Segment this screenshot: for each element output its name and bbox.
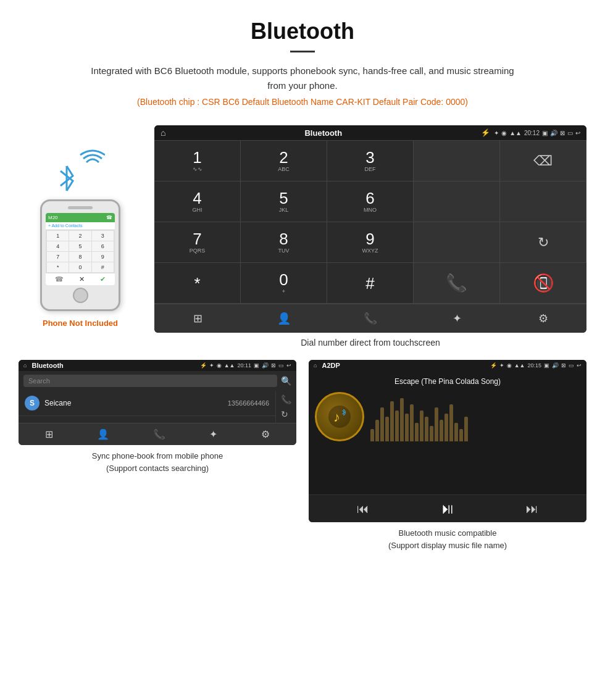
svg-text:♪: ♪ — [333, 409, 340, 425]
music-bt-icon: ✦ — [499, 362, 504, 369]
back-icon[interactable]: ↩ — [575, 130, 580, 136]
dial-letters-0: + — [282, 288, 285, 294]
dial-key-1[interactable]: 1 ∿∿ — [154, 141, 241, 181]
dial-key-8[interactable]: 8 TUV — [241, 222, 327, 263]
dial-key-3[interactable]: 3 DEF — [327, 141, 414, 181]
pb-close-icon[interactable]: ⊠ — [271, 362, 276, 369]
dial-key-7[interactable]: 7 PQRS — [154, 222, 241, 263]
phone-key-0[interactable]: 0 — [69, 262, 91, 272]
phonebook-block: ⌂ Bluetooth ⚡ ✦ ◉ ▲▲ 20:11 ▣ 🔊 ⊠ ▭ ↩ Sea… — [19, 360, 296, 551]
pb-sig-icon: ▲▲ — [224, 362, 235, 369]
nav-settings[interactable]: ⚙ — [500, 304, 586, 333]
viz-bar — [370, 429, 374, 441]
dial-number-3: 3 — [365, 149, 374, 165]
phone-key-8[interactable]: 8 — [69, 252, 91, 262]
dial-key-0[interactable]: 0 + — [241, 263, 327, 304]
pb-contact-name: Seicane — [44, 399, 223, 407]
dial-call-cell[interactable]: 📞 — [414, 263, 500, 304]
phone-key-5[interactable]: 5 — [69, 241, 91, 251]
music-home-icon[interactable]: ⌂ — [314, 362, 317, 369]
phonebook-caption: Sync phone-book from mobile phone (Suppo… — [19, 450, 296, 474]
music-vol-icon: 🔊 — [552, 362, 559, 369]
phone-key-4[interactable]: 4 — [47, 241, 69, 251]
dial-key-6[interactable]: 6 MNO — [327, 181, 414, 222]
music-play-pause-btn[interactable]: ⏯ — [440, 500, 455, 517]
viz-bar — [454, 423, 458, 441]
phone-key-1[interactable]: 1 — [47, 231, 69, 241]
main-screen-caption: Dial number direct from touchscreen — [154, 338, 586, 348]
music-back-icon[interactable]: ↩ — [577, 362, 582, 369]
phone-dialpad: 1 2 3 4 5 6 7 8 9 * 0 # — [46, 230, 115, 273]
pb-content-area: S Seicane 13566664466 📞 ↻ — [19, 391, 296, 423]
pb-nav-dialpad[interactable]: ⊞ — [45, 428, 53, 440]
phone-home-button[interactable] — [73, 288, 88, 303]
main-bluetooth-screen: ⌂ Bluetooth ⚡ ✦ ◉ ▲▲ 20:12 ▣ 🔊 ⊠ ▭ ↩ — [154, 125, 586, 333]
dial-key-2[interactable]: 2 ABC — [241, 141, 327, 181]
viz-bar — [444, 414, 448, 441]
dial-key-star[interactable]: * — [154, 263, 241, 304]
pb-right-refresh-icon[interactable]: ↻ — [281, 409, 291, 419]
pb-bt-icon: ✦ — [209, 362, 214, 369]
pb-search-icon[interactable]: 🔍 — [281, 376, 291, 386]
page-title: Bluetooth — [12, 19, 593, 44]
dial-end-cell[interactable]: 📵 — [500, 263, 586, 304]
dial-letters-3: DEF — [365, 166, 376, 172]
pb-search-row: Search 🔍 — [19, 371, 296, 391]
nav-calls[interactable]: 📞 — [327, 304, 414, 333]
home-icon[interactable]: ⌂ — [161, 128, 165, 138]
phone-screen-header: M20☎ — [46, 213, 115, 222]
bottom-nav-bar: ⊞ 👤 📞 ✦ ⚙ — [154, 304, 586, 333]
music-song-title: Escape (The Pina Colada Song) — [315, 377, 580, 386]
pb-nav-bt[interactable]: ✦ — [209, 428, 217, 440]
pb-right-phone-icon[interactable]: 📞 — [281, 394, 291, 404]
viz-bar — [410, 404, 414, 441]
dial-key-hash[interactable]: # — [327, 263, 414, 304]
phone-key-6[interactable]: 6 — [92, 241, 114, 251]
music-album-art: ♪ — [315, 392, 364, 441]
pb-loc-icon: ◉ — [217, 362, 222, 369]
music-visualizer — [370, 392, 580, 441]
window-icon: ▭ — [567, 130, 573, 136]
music-close-icon[interactable]: ⊠ — [561, 362, 566, 369]
phone-key-3[interactable]: 3 — [92, 231, 114, 241]
viz-bar — [440, 420, 443, 441]
dial-number-hash: # — [365, 275, 374, 291]
nav-contacts[interactable]: 👤 — [241, 304, 327, 333]
music-cam-icon: ▣ — [544, 362, 549, 369]
dial-number-1: 1 — [193, 149, 201, 165]
dial-letters-1: ∿∿ — [193, 166, 202, 172]
pb-nav-settings[interactable]: ⚙ — [261, 428, 270, 440]
dial-key-9[interactable]: 9 WXYZ — [327, 222, 414, 263]
phone-key-hash[interactable]: # — [92, 262, 114, 272]
pb-time: 20:11 — [237, 362, 251, 369]
phone-key-9[interactable]: 9 — [92, 252, 114, 262]
music-forward-btn[interactable]: ⏭ — [526, 502, 538, 516]
dial-key-5[interactable]: 5 JKL — [241, 181, 327, 222]
pb-search-bar[interactable]: Search — [23, 375, 277, 387]
pb-nav-contacts[interactable]: 👤 — [97, 428, 109, 440]
pb-nav-calls[interactable]: 📞 — [153, 428, 165, 440]
close-icon[interactable]: ⊠ — [560, 130, 565, 136]
nav-bluetooth[interactable]: ✦ — [414, 304, 500, 333]
phone-key-star[interactable]: * — [47, 262, 69, 272]
phone-key-7[interactable]: 7 — [47, 252, 69, 262]
viz-bar — [415, 423, 419, 441]
pb-right-icons: 📞 ↻ — [275, 391, 296, 423]
volume-icon: 🔊 — [550, 130, 557, 136]
pb-home-icon[interactable]: ⌂ — [23, 362, 27, 369]
nav-dialpad[interactable]: ⊞ — [154, 304, 241, 333]
dial-refresh-cell[interactable]: ↻ — [500, 222, 586, 263]
viz-bar — [430, 426, 433, 441]
music-rewind-btn[interactable]: ⏮ — [357, 502, 369, 516]
dial-backspace-cell[interactable]: ⌫ — [500, 141, 586, 181]
music-screen: ⌂ A2DP ⚡ ✦ ◉ ▲▲ 20:15 ▣ 🔊 ⊠ ▭ ↩ Escape (… — [309, 360, 586, 522]
viz-bar — [380, 407, 384, 441]
pb-back-icon[interactable]: ↩ — [286, 362, 291, 369]
music-controls: ⏮ ⏯ ⏭ — [309, 494, 586, 522]
phone-key-2[interactable]: 2 — [69, 231, 91, 241]
pb-caption-2: (Support contacts searching) — [106, 464, 209, 473]
pb-contact-row[interactable]: S Seicane 13566664466 — [19, 391, 275, 416]
dial-key-4[interactable]: 4 GHI — [154, 181, 241, 222]
dial-letters-8: TUV — [278, 248, 290, 254]
viz-bar — [425, 417, 428, 441]
